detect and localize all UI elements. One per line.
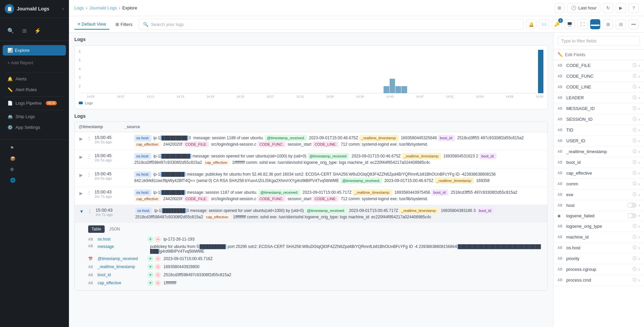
info-icon[interactable]: ⓘ [633,127,637,133]
field-list-item[interactable]: ABMESSAGE_IDⓘ› [553,103,644,114]
log-row-main[interactable]: ▶ ⋮ 15:00:43 2m 7s ago os.host: ip-1████… [75,187,547,205]
chart-bar[interactable] [342,93,348,93]
refresh-btn[interactable]: ↻ [603,3,613,13]
chart-bar[interactable] [384,86,389,94]
more-options-btn[interactable]: ⋮ [86,153,92,159]
columns-view-btn[interactable]: ⊞ [603,19,613,29]
info-icon[interactable]: ⓘ [633,192,637,197]
field-name[interactable]: message [98,244,145,249]
chart-bar[interactable] [265,93,271,93]
chart-bar[interactable] [271,93,277,93]
info-icon[interactable]: ⓘ [633,223,637,229]
chart-bar[interactable] [413,93,419,93]
chart-bar[interactable] [372,93,378,93]
chart-bar[interactable] [431,93,437,93]
info-icon[interactable]: ⓘ [633,116,637,122]
search-input[interactable] [151,22,519,27]
chart-bar[interactable] [247,93,253,93]
chart-bar[interactable] [461,93,466,93]
log-row-main[interactable]: ▼ ⋮ 15:00:43 2m 7s ago os.host: ip-1████… [75,205,547,223]
field-list-item[interactable]: ABCODE_LINEⓘ› [553,82,644,93]
chart-bar[interactable] [419,93,425,93]
info-icon[interactable]: ⓘ [633,256,637,261]
more-options-btn[interactable]: ⋮ [86,171,92,178]
breadcrumb-logs[interactable]: Logs [74,5,84,10]
field-list-item[interactable]: ABcommⓘ› [553,179,644,189]
filter-include-btn[interactable]: + [147,256,153,262]
chart-bar[interactable] [502,93,508,93]
info-icon[interactable]: ⓘ [633,63,637,68]
expand-btn[interactable]: ▶ [79,154,83,160]
chart-bar[interactable] [425,93,431,93]
chart-bar[interactable] [437,93,443,93]
play-btn[interactable]: ▶ [616,3,626,13]
more-btn[interactable]: ••• [629,19,639,29]
sidebar-icon-search[interactable]: 🔍 [5,25,17,37]
chart-bar[interactable] [128,93,134,93]
chart-bar[interactable] [241,93,247,93]
chart-bar[interactable] [467,93,472,93]
filter-exclude-btn[interactable]: − [155,256,161,262]
default-view-btn[interactable]: ≡ Default View [74,19,109,30]
field-name[interactable]: os.host [98,237,145,242]
info-icon[interactable]: ⓘ [633,73,637,79]
info-icon[interactable]: ⓘ [633,138,637,144]
info-icon[interactable]: ⓘ [633,159,637,165]
tab-table[interactable]: Table [88,225,105,233]
chart-bar[interactable] [390,79,395,93]
field-list-item[interactable]: ABSESSION_IDⓘ› [553,114,644,125]
log-row-main[interactable]: ▶ ⋮ 15:00:45 2m 5s ago os.host: ip-1████… [75,169,547,186]
filter-exclude-btn[interactable]: − [155,272,161,278]
field-toggle[interactable] [627,213,637,218]
chart-bar[interactable] [253,93,259,93]
field-list-item[interactable]: ABcap_effectiveⓘ› [553,168,644,179]
chart-bar[interactable] [360,93,365,93]
sidebar-item-ship-logs[interactable]: 🚢 Ship Logs [3,111,66,122]
chart-bar[interactable] [514,93,520,93]
chart-bar[interactable] [217,93,223,93]
more-options-btn[interactable]: ⋮ [87,208,93,214]
chart-bar[interactable] [485,93,490,93]
chart-bar[interactable] [473,93,478,93]
chart-bar[interactable] [330,93,336,93]
chart-bar[interactable] [336,93,342,93]
chart-bars[interactable] [87,50,543,93]
expand-btn[interactable]: ⛶ [577,19,587,29]
field-list-item[interactable]: ABexeⓘ› [553,189,644,200]
field-list-item[interactable]: ABUSER_IDⓘ› [553,136,644,146]
field-toggle[interactable] [627,203,637,208]
sidebar-item-settings[interactable]: ⚙ [5,164,63,175]
sidebar-icon-dashboard[interactable]: ⊞ [18,25,30,37]
field-list-item[interactable]: ABLEADERⓘ› [553,93,644,103]
more-options-btn[interactable]: ⋮ [86,189,92,196]
chart-bar[interactable] [158,93,164,93]
chart-bar[interactable] [259,93,265,93]
info-icon[interactable]: ⓘ [633,181,637,187]
log-row-main[interactable]: ▶ ⋮ 15:00:45 2m 5s ago os.host: ip-1████… [75,132,547,150]
chart-bar[interactable] [277,93,283,93]
filters-btn[interactable]: ⊞ Filters [112,19,136,30]
field-list-item[interactable]: ABpriorityⓘ› [553,253,644,264]
table-view-btn[interactable]: ⊟ [616,19,626,29]
info-icon[interactable]: ⓘ [633,170,637,176]
tab-json[interactable]: JSON [106,225,123,233]
field-list-item[interactable]: ABmachine_idⓘ› [553,232,644,243]
chart-bar[interactable] [211,93,217,93]
key-btn[interactable]: 🔑 0 [552,19,562,29]
field-list-item[interactable]: ABlogsene_orig_typeⓘ› [553,221,644,232]
filter-exclude-btn[interactable]: − [155,236,161,242]
chart-bar[interactable] [235,93,241,93]
chart-bar[interactable] [307,93,312,93]
filter-include-btn[interactable]: + [147,236,153,242]
info-icon[interactable]: ⓘ [633,106,637,111]
chart-bar[interactable] [401,86,407,94]
more-options-btn[interactable]: ⋮ [86,135,92,141]
field-list-item[interactable]: ABboot_idⓘ› [553,157,644,168]
sidebar-item-logs-pipeline[interactable]: 📄 Logs Pipeline NEW [3,98,66,108]
field-list-item[interactable]: ABprocess.cmdⓘ› [553,275,644,286]
filter-include-btn[interactable]: + [147,264,153,270]
chart-bar[interactable] [538,50,544,93]
chart-bar[interactable] [348,93,354,93]
chart-bar[interactable] [354,93,360,93]
info-icon[interactable]: ⓘ [633,266,637,272]
